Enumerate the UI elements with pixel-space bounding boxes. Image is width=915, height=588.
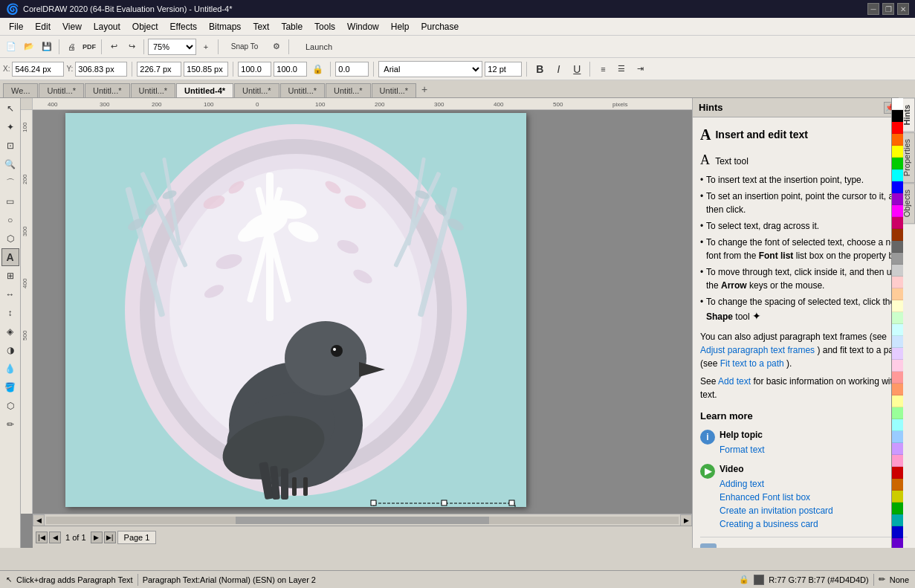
smart-fill-tool[interactable]: ⬡ [1, 397, 19, 415]
curve-tool[interactable]: ⌒ [1, 174, 19, 192]
outline-tool[interactable]: ✏ [1, 416, 19, 433]
invitation-postcard-link[interactable]: Create an invitation postcard [720, 504, 833, 517]
launch-button[interactable]: Launch [293, 39, 345, 55]
rotation-input[interactable] [335, 62, 369, 77]
palette-color-00ffff[interactable] [892, 169, 903, 181]
tab-3[interactable]: Untitl...* [131, 83, 176, 97]
menu-item-table[interactable]: Table [275, 20, 308, 33]
palette-color-0000ff[interactable] [892, 181, 903, 193]
business-card-link[interactable]: Creating a business card [720, 517, 833, 531]
palette-color-ffcc99[interactable] [892, 288, 903, 300]
align-button[interactable]: ≡ [595, 61, 611, 77]
connector-tool[interactable]: ↕ [1, 304, 19, 322]
palette-color-ffff99[interactable] [892, 395, 903, 407]
menu-item-effects[interactable]: Effects [164, 20, 203, 33]
crop-tool[interactable]: ⊡ [1, 137, 19, 155]
palette-color-99ff99[interactable] [892, 407, 903, 419]
menu-item-purchase[interactable]: Purchase [415, 20, 465, 33]
palette-color-999999[interactable] [892, 253, 903, 265]
palette-color-ffffcc[interactable] [892, 300, 903, 312]
menu-item-layout[interactable]: Layout [88, 20, 126, 33]
tab-5[interactable]: Untitl...* [234, 83, 279, 97]
palette-color-ff99cc[interactable] [892, 455, 903, 467]
palette-color-ffcccc[interactable] [892, 277, 903, 288]
print-button[interactable]: 🖨 [63, 39, 80, 55]
scale-y-input[interactable] [274, 62, 307, 77]
underline-button[interactable]: U [569, 61, 585, 77]
select-tool[interactable]: ↖ [1, 100, 19, 117]
palette-color-9900cc[interactable] [892, 193, 903, 205]
fill-tool[interactable]: 🪣 [1, 378, 19, 396]
close-button[interactable]: ✕ [897, 3, 909, 15]
zoom-in-button[interactable]: + [198, 39, 214, 55]
undo-button[interactable]: ↩ [106, 39, 122, 55]
bold-button[interactable]: B [531, 61, 548, 77]
palette-color-ff6600[interactable] [892, 134, 903, 146]
freehand-tool[interactable]: ✦ [1, 118, 19, 136]
minimize-button[interactable]: ─ [867, 3, 879, 15]
tab-6[interactable]: Untitl...* [280, 83, 326, 97]
menu-item-object[interactable]: Object [126, 20, 164, 33]
add-tab-button[interactable]: + [417, 81, 432, 97]
next-page-button[interactable]: ▶ [91, 532, 103, 543]
palette-color-0000cc[interactable] [892, 526, 903, 538]
add-text-link[interactable]: Add text [718, 376, 751, 387]
palette-color-cccc00[interactable] [892, 491, 903, 503]
last-page-button[interactable]: ▶| [104, 532, 116, 543]
height-input[interactable] [184, 62, 228, 77]
palette-color-cc0000[interactable] [892, 467, 903, 479]
palette-color-00cc00[interactable] [892, 158, 903, 169]
width-input[interactable] [137, 62, 181, 77]
zoom-select[interactable]: 75% [148, 39, 196, 55]
palette-color-cc6600[interactable] [892, 479, 903, 491]
palette-color-6600cc[interactable] [892, 538, 903, 548]
indent-button[interactable]: ⇥ [632, 61, 648, 77]
fit-to-path-link[interactable]: Fit text to a path [720, 358, 784, 369]
x-input[interactable] [12, 62, 64, 77]
palette-color-993300[interactable] [892, 229, 903, 241]
palette-color-ffffff[interactable] [892, 98, 903, 110]
palette-color-00aaaa[interactable] [892, 514, 903, 526]
new-button[interactable]: 📄 [3, 39, 19, 55]
restore-button[interactable]: ❐ [882, 3, 894, 15]
scroll-thumb[interactable] [236, 517, 488, 524]
font-list[interactable]: Arial [378, 61, 482, 77]
effects-tool[interactable]: ◈ [1, 323, 19, 340]
font-size-input[interactable] [485, 62, 522, 77]
scroll-track[interactable] [46, 517, 679, 524]
eyedropper-tool[interactable]: 💧 [1, 360, 19, 378]
scale-x-input[interactable] [238, 62, 271, 77]
snap-to-button[interactable]: Snap To [222, 39, 267, 55]
tab-2[interactable]: Untitl...* [85, 83, 130, 97]
menu-item-tools[interactable]: Tools [308, 20, 341, 33]
ellipse-tool[interactable]: ○ [1, 211, 19, 229]
lock-ratio-button[interactable]: 🔒 [309, 61, 326, 77]
rect-tool[interactable]: ▭ [1, 193, 19, 210]
palette-color-ff00ff[interactable] [892, 205, 903, 217]
scroll-right-button[interactable]: ▶ [680, 514, 692, 526]
tab-7[interactable]: Untitl...* [326, 83, 371, 97]
tab-4[interactable]: Untitled-4* [176, 83, 233, 97]
italic-button[interactable]: I [550, 61, 566, 77]
palette-color-00aa00[interactable] [892, 503, 903, 514]
palette-color-666666[interactable] [892, 241, 903, 253]
list-button[interactable]: ☰ [613, 61, 630, 77]
redo-button[interactable]: ↪ [123, 39, 140, 55]
palette-color-ccffff[interactable] [892, 324, 903, 336]
palette-color-99ffff[interactable] [892, 419, 903, 431]
open-button[interactable]: 📂 [21, 39, 37, 55]
menu-item-edit[interactable]: Edit [29, 20, 56, 33]
dimension-tool[interactable]: ↔ [1, 285, 19, 303]
palette-color-ff0000[interactable] [892, 122, 903, 134]
menu-item-bitmaps[interactable]: Bitmaps [203, 20, 247, 33]
save-button[interactable]: 💾 [39, 39, 55, 55]
palette-color-ff9966[interactable] [892, 384, 903, 395]
palette-color-ff9999[interactable] [892, 372, 903, 384]
options-button[interactable]: ⚙ [268, 39, 285, 55]
palette-color-ffcce5[interactable] [892, 360, 903, 372]
y-input[interactable] [75, 62, 127, 77]
palette-color-ccffcc[interactable] [892, 312, 903, 324]
palette-color-cce5ff[interactable] [892, 336, 903, 348]
palette-color-cccccc[interactable] [892, 265, 903, 277]
table-tool[interactable]: ⊞ [1, 267, 19, 285]
